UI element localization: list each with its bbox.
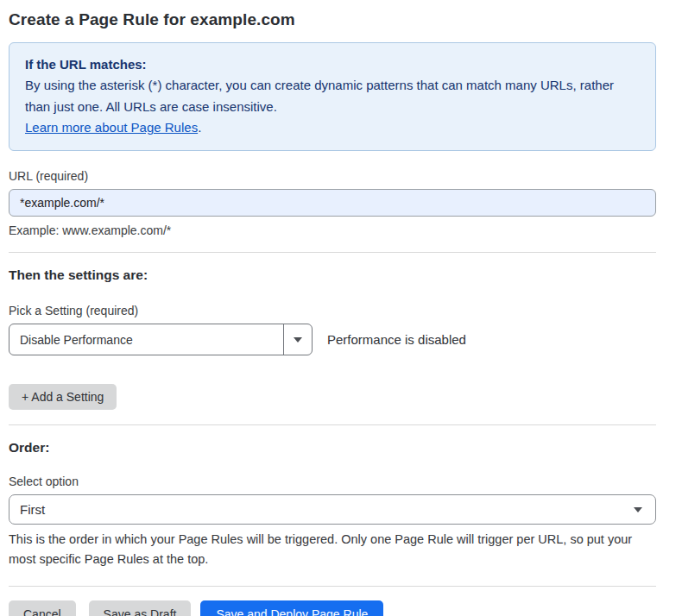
info-box-heading: If the URL matches: (25, 54, 640, 75)
cancel-button[interactable]: Cancel (9, 600, 76, 616)
setting-select-arrow-button[interactable] (283, 324, 312, 355)
page-title: Create a Page Rule for example.com (9, 10, 656, 29)
url-matches-info-box: If the URL matches: By using the asteris… (9, 42, 656, 151)
settings-section-heading: Then the settings are: (9, 267, 656, 283)
url-example-helper: Example: www.example.com/* (9, 223, 656, 237)
add-setting-button[interactable]: + Add a Setting (9, 384, 117, 410)
footer-actions: Cancel Save as Draft Save and Deploy Pag… (9, 600, 656, 616)
order-select-label: Select option (9, 475, 656, 488)
chevron-down-icon (634, 507, 642, 512)
order-select[interactable]: First (9, 494, 656, 525)
learn-more-link[interactable]: Learn more about Page Rules (25, 120, 198, 135)
chevron-down-icon (294, 337, 302, 343)
save-deploy-button[interactable]: Save and Deploy Page Rule (200, 600, 383, 616)
save-draft-button[interactable]: Save as Draft (89, 600, 192, 616)
info-box-link-row: Learn more about Page Rules. (25, 117, 640, 138)
create-page-rule-form: Create a Page Rule for example.com If th… (0, 0, 682, 616)
divider (9, 424, 656, 425)
divider (9, 586, 656, 587)
url-input[interactable] (9, 189, 656, 217)
setting-row: Disable Performance Performance is disab… (9, 324, 656, 355)
order-select-value: First (20, 502, 634, 517)
setting-select-value: Disable Performance (9, 324, 283, 355)
order-description: This is the order in which your Page Rul… (9, 530, 654, 569)
setting-select[interactable]: Disable Performance (9, 324, 313, 355)
setting-status-text: Performance is disabled (327, 332, 466, 347)
pick-setting-label: Pick a Setting (required) (9, 304, 656, 317)
divider (9, 252, 656, 253)
order-section-heading: Order: (9, 440, 656, 456)
link-suffix: . (198, 120, 201, 135)
url-field-label: URL (required) (9, 169, 656, 183)
info-box-body: By using the asterisk (*) character, you… (25, 75, 640, 117)
